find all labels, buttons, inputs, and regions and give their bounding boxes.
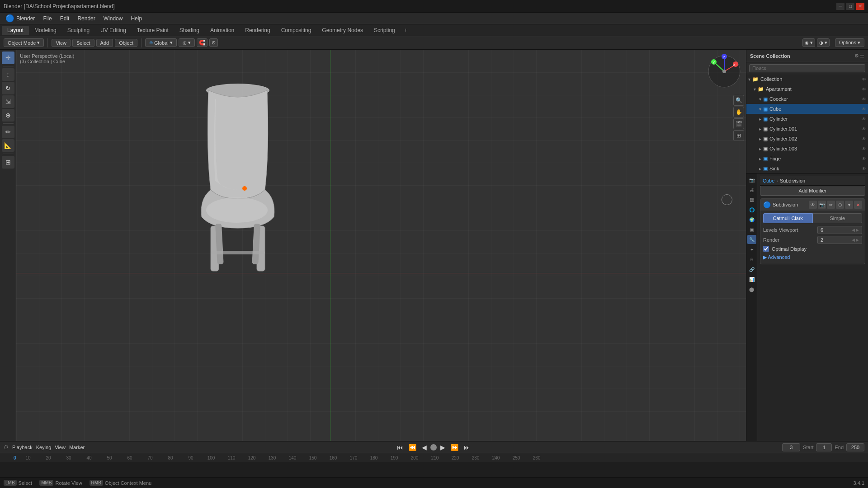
rotate-tool[interactable]: ↻: [2, 82, 14, 94]
outliner-search-input[interactable]: [749, 64, 865, 72]
ws-tab-modeling[interactable]: Modeling: [29, 26, 62, 35]
navigation-gizmo[interactable]: X Y Z: [706, 53, 742, 89]
cursor-tool[interactable]: ✛: [2, 52, 14, 64]
outliner-item-coocker[interactable]: ▾ ▣ Coocker 👁: [746, 94, 868, 104]
end-frame-field[interactable]: 250: [846, 443, 864, 451]
menu-window[interactable]: Window: [100, 14, 127, 23]
ws-tab-animation[interactable]: Animation: [205, 26, 240, 35]
view-menu[interactable]: View: [52, 39, 71, 47]
modifier-realtime-btn[interactable]: 👁: [809, 201, 817, 209]
menu-blender[interactable]: 🔵 Blender: [2, 13, 38, 23]
render-value[interactable]: 2 ◀▶: [817, 236, 862, 244]
add-cube-tool[interactable]: ⊞: [2, 156, 14, 169]
ws-tab-texture[interactable]: Texture Paint: [132, 26, 174, 35]
ws-tab-shading[interactable]: Shading: [174, 26, 205, 35]
move-tool[interactable]: ↕: [2, 68, 14, 81]
prop-data-btn[interactable]: 📊: [747, 275, 756, 284]
catmull-clark-tab[interactable]: Catmull-Clark: [763, 213, 813, 223]
menu-file[interactable]: File: [39, 14, 55, 23]
cube-eye-icon[interactable]: 👁: [862, 107, 866, 112]
prop-world-btn[interactable]: 🌍: [747, 215, 756, 224]
prop-render-btn[interactable]: 📷: [747, 175, 756, 184]
ws-tab-sculpting[interactable]: Sculpting: [62, 26, 95, 35]
maximize-button[interactable]: □: [846, 3, 854, 10]
outliner-item-cylinder002[interactable]: ▸ ▣ Cylinder.002 👁: [746, 134, 868, 144]
outliner-item-cylinder003[interactable]: ▸ ▣ Cylinder.003 👁: [746, 144, 868, 154]
keying-menu[interactable]: Keying: [36, 445, 52, 450]
prop-physics-btn[interactable]: ⚛: [747, 255, 756, 264]
prev-frame-btn[interactable]: ⏪: [407, 443, 418, 452]
prop-object-btn[interactable]: ▣: [747, 225, 756, 234]
close-button[interactable]: ✕: [856, 3, 864, 10]
outliner-item-collection[interactable]: ▾ 📁 Collection 👁: [746, 74, 868, 84]
prev-keyframe-btn[interactable]: ◀: [420, 443, 429, 452]
measure-tool[interactable]: 📐: [2, 139, 14, 152]
prop-constraints-btn[interactable]: 🔗: [747, 265, 756, 274]
start-frame-field[interactable]: 1: [816, 443, 832, 451]
modifier-collapse-btn[interactable]: ▾: [845, 201, 853, 209]
prop-output-btn[interactable]: 🖨: [747, 185, 756, 194]
view-menu-tl[interactable]: View: [55, 445, 66, 450]
modifier-editmode-btn[interactable]: ✏: [827, 201, 835, 209]
modifier-render-btn[interactable]: 📷: [818, 201, 826, 209]
modifier-cage-btn[interactable]: ⬡: [836, 201, 844, 209]
coocker-eye-icon[interactable]: 👁: [862, 97, 866, 102]
ws-tab-layout[interactable]: Layout: [2, 26, 29, 35]
cylinder-eye-icon[interactable]: 👁: [862, 117, 866, 122]
outliner-item-cylinder001[interactable]: ▸ ▣ Cylinder.001 👁: [746, 124, 868, 134]
minimize-button[interactable]: ─: [836, 3, 844, 10]
outliner-item-cube[interactable]: ▾ ▣ Cube 👁: [746, 104, 868, 114]
scene-filter-btn[interactable]: ⚙: [854, 53, 859, 59]
playback-menu[interactable]: Playback: [12, 445, 33, 450]
collection-eye-icon[interactable]: 👁: [862, 77, 866, 82]
zoom-in-btn[interactable]: 🔍: [733, 95, 744, 106]
transform-selector[interactable]: ⊕ Global ▾: [145, 38, 177, 47]
outliner-item-frige[interactable]: ▸ ▣ Frige 👁: [746, 154, 868, 164]
optimal-display-checkbox[interactable]: [763, 246, 769, 252]
modifier-delete-btn[interactable]: ✕: [854, 201, 862, 209]
prop-particles-btn[interactable]: ✦: [747, 245, 756, 254]
next-keyframe-btn[interactable]: ▶: [439, 443, 447, 452]
shading-mode[interactable]: ◑▾: [817, 38, 830, 47]
annotate-tool[interactable]: ✏: [2, 126, 14, 138]
menu-help[interactable]: Help: [127, 14, 146, 23]
menu-render[interactable]: Render: [74, 14, 99, 23]
ws-tab-scripting[interactable]: Scripting: [368, 26, 401, 35]
viewport[interactable]: User Perspective (Local) (3) Collection …: [16, 50, 746, 441]
transform-tool[interactable]: ⊕: [2, 109, 14, 122]
ws-tab-compositing[interactable]: Compositing: [276, 26, 317, 35]
object-menu[interactable]: Object: [115, 39, 137, 47]
simple-tab[interactable]: Simple: [813, 213, 863, 223]
ws-tab-add[interactable]: +: [401, 26, 411, 35]
proportional-edit[interactable]: ⊙: [209, 38, 218, 47]
select-menu[interactable]: Select: [72, 39, 94, 47]
ws-tab-geonodes[interactable]: Geometry Nodes: [316, 26, 368, 35]
play-btn[interactable]: [430, 444, 437, 450]
add-menu[interactable]: Add: [96, 39, 113, 47]
prop-scene-btn[interactable]: 🌐: [747, 205, 756, 214]
outliner-item-sink[interactable]: ▸ ▣ Sink 👁: [746, 164, 868, 174]
camera-btn[interactable]: 🎬: [733, 118, 744, 129]
overlay-dropdown[interactable]: ◉▾: [802, 38, 815, 47]
timeline-ruler[interactable]: 0 10 20 30 40 50 60 70 80 90 100 110 120…: [0, 453, 868, 462]
pan-btn[interactable]: ✋: [733, 107, 744, 117]
scale-tool[interactable]: ⇲: [2, 95, 14, 108]
ws-tab-uv[interactable]: UV Editing: [95, 26, 132, 35]
prop-material-btn[interactable]: ⬤: [747, 285, 756, 294]
jump-start-btn[interactable]: ⏮: [395, 443, 405, 452]
jump-end-btn[interactable]: ⏭: [462, 443, 472, 452]
ws-tab-rendering[interactable]: Rendering: [240, 26, 275, 35]
advanced-section[interactable]: ▶ Advanced: [763, 253, 862, 261]
options-btn[interactable]: Options ▾: [835, 38, 864, 47]
outliner-item-apartament[interactable]: ▾ 📁 Apartament 👁: [746, 84, 868, 94]
next-frame-btn[interactable]: ⏩: [449, 443, 460, 452]
marker-menu[interactable]: Marker: [69, 445, 85, 450]
pivot-selector[interactable]: ◎▾: [179, 38, 195, 47]
mode-selector[interactable]: Object Mode ▾: [4, 38, 44, 47]
snap-toggle[interactable]: 🧲: [197, 38, 208, 47]
add-modifier-button[interactable]: Add Modifier: [760, 186, 865, 196]
menu-edit[interactable]: Edit: [57, 14, 73, 23]
scene-view-btn[interactable]: ☰: [860, 53, 864, 59]
grid-btn[interactable]: ⊞: [733, 130, 744, 141]
current-frame-field[interactable]: 3: [782, 443, 800, 451]
